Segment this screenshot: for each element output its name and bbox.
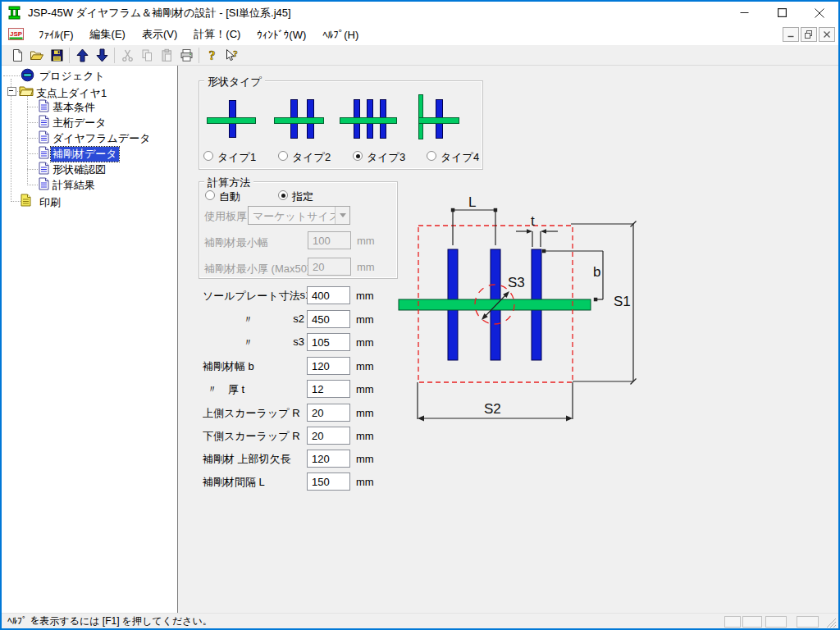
dim-label-t: t (531, 213, 535, 229)
menu-help[interactable]: ﾍﾙﾌﾟ(H) (314, 25, 367, 44)
svg-text:JSP: JSP (10, 30, 23, 38)
min-thickness-input[interactable] (308, 258, 351, 276)
tree-connector (27, 153, 38, 154)
new-document-icon (11, 48, 25, 62)
menu-edit[interactable]: 編集(E) (82, 24, 134, 45)
sole-plate-s1-label: ソールプレート寸法s1 (203, 289, 304, 304)
top-notch-length-input[interactable] (307, 450, 350, 468)
maximize-button[interactable] (763, 2, 801, 24)
move-down-button[interactable] (92, 46, 112, 64)
stiffener-thickness-input[interactable] (307, 380, 350, 398)
tree-connector (27, 138, 38, 139)
top-notch-length-label: 補剛材 上部切欠長 (203, 452, 304, 467)
radio-type3[interactable] (353, 151, 363, 161)
stiffener-spacing-label: 補剛材間隔 L (203, 475, 304, 490)
menu-calculate[interactable]: 計算！(C) (185, 24, 249, 45)
dim-label-s2: S2 (484, 401, 501, 417)
sole-plate-s1-unit: mm (356, 290, 374, 302)
min-thickness-unit: mm (357, 261, 375, 273)
stiffener-spacing-input[interactable] (307, 472, 350, 491)
status-panel (724, 616, 741, 628)
tree-item-girder-data[interactable]: 主桁データ (51, 116, 108, 130)
tree-item-project[interactable]: プロジェクト (38, 69, 107, 84)
svg-text:?: ? (233, 48, 238, 58)
sole-plate-s2-label: 〃s2 (203, 313, 304, 327)
help-button[interactable]: ? (202, 46, 221, 64)
radio-auto-label[interactable]: 自動 (219, 189, 240, 204)
project-tree: プロジェクト 支点上ダイヤ1 基本条件 主桁データ ダイヤフラムデータ (2, 66, 178, 613)
lower-scallop-input[interactable] (307, 427, 350, 445)
radio-specify[interactable] (278, 190, 288, 200)
upper-scallop-input[interactable] (307, 404, 350, 422)
mdi-close-button[interactable] (819, 27, 835, 42)
project-icon (21, 68, 34, 82)
sole-plate-s3-input[interactable] (307, 333, 350, 351)
combo-dropdown-button[interactable] (335, 207, 349, 224)
dim-label-s1: S1 (614, 294, 631, 309)
top-notch-length-unit: mm (356, 453, 374, 465)
radio-auto[interactable] (205, 190, 215, 200)
tree-item-print[interactable]: 印刷 (38, 195, 62, 210)
document-icon (39, 162, 49, 175)
menu-view[interactable]: 表示(V) (134, 24, 185, 45)
radio-type4-label[interactable]: タイプ4 (441, 150, 479, 165)
tree-item-stiffener-data[interactable]: 補剛材データ (51, 147, 119, 162)
min-width-input[interactable] (308, 231, 351, 249)
move-up-button[interactable] (72, 46, 92, 64)
stiffener-width-unit: mm (356, 360, 374, 372)
print-button[interactable] (176, 46, 196, 64)
dim-label-b: b (593, 264, 600, 280)
mdi-restore-button[interactable] (801, 27, 817, 42)
radio-type2[interactable] (278, 151, 288, 161)
tree-connector (27, 107, 38, 107)
mdi-restore-icon (805, 30, 813, 39)
stiffener-width-input[interactable] (307, 357, 350, 375)
document-icon (39, 146, 49, 159)
minimize-icon (740, 8, 749, 17)
shape-type1-icon (207, 117, 256, 124)
tree-collapse-toggle[interactable] (7, 87, 16, 96)
app-icon (7, 6, 21, 20)
toolbar: ? ? (2, 45, 838, 66)
tree-item-calc-result[interactable]: 計算結果 (51, 178, 97, 193)
document-icon (39, 115, 49, 128)
radio-type1[interactable] (203, 151, 213, 161)
close-button[interactable] (801, 2, 838, 24)
radio-type1-label[interactable]: タイプ1 (217, 150, 256, 165)
radio-type2-label[interactable]: タイプ2 (292, 150, 331, 165)
mdi-close-icon (824, 31, 830, 38)
toolbar-separator (69, 48, 70, 63)
resize-grip[interactable] (825, 617, 837, 628)
chevron-down-icon (340, 213, 346, 217)
shape-type4-icon (418, 117, 459, 124)
plate-thickness-select[interactable]: マーケットサイズ (248, 206, 350, 225)
tree-item-basic-conditions[interactable]: 基本条件 (51, 100, 97, 115)
sole-plate-s2-input[interactable] (307, 310, 350, 328)
save-floppy-icon (50, 48, 64, 62)
tree-connector (27, 95, 28, 185)
cut-scissors-icon (121, 48, 135, 62)
radio-specify-label[interactable]: 指定 (292, 189, 313, 204)
title-bar: JSP-45W ダイヤフラム＆補剛材の設計 - [SI単位系.j45] (2, 2, 838, 24)
sole-plate-s1-input[interactable] (307, 286, 350, 304)
tree-item-shape-check[interactable]: 形状確認図 (51, 162, 107, 177)
save-button[interactable] (47, 46, 66, 64)
mdi-minimize-button[interactable] (783, 27, 799, 42)
menu-file[interactable]: ﾌｧｲﾙ(F) (30, 25, 82, 44)
stiffener-spacing-unit: mm (356, 476, 374, 488)
minimize-button[interactable] (725, 2, 763, 24)
new-button[interactable] (7, 46, 27, 64)
paste-button (157, 46, 176, 64)
status-bar: ﾍﾙﾌﾟ を表示するには [F1] を押してください。 (2, 613, 838, 629)
radio-type4[interactable] (427, 151, 436, 161)
cut-button (117, 46, 137, 64)
jsp-menu-icon: JSP (8, 28, 24, 41)
tree-item-diaphragm-data[interactable]: ダイヤフラムデータ (51, 131, 152, 146)
context-help-button[interactable]: ? (221, 46, 241, 64)
document-icon (39, 99, 49, 112)
radio-type3-label[interactable]: タイプ3 (367, 150, 405, 165)
shape-type3-icon (340, 117, 397, 124)
open-button[interactable] (27, 46, 47, 64)
menu-window[interactable]: ｳｨﾝﾄﾞｳ(W) (249, 25, 314, 44)
lower-scallop-unit: mm (356, 430, 374, 442)
